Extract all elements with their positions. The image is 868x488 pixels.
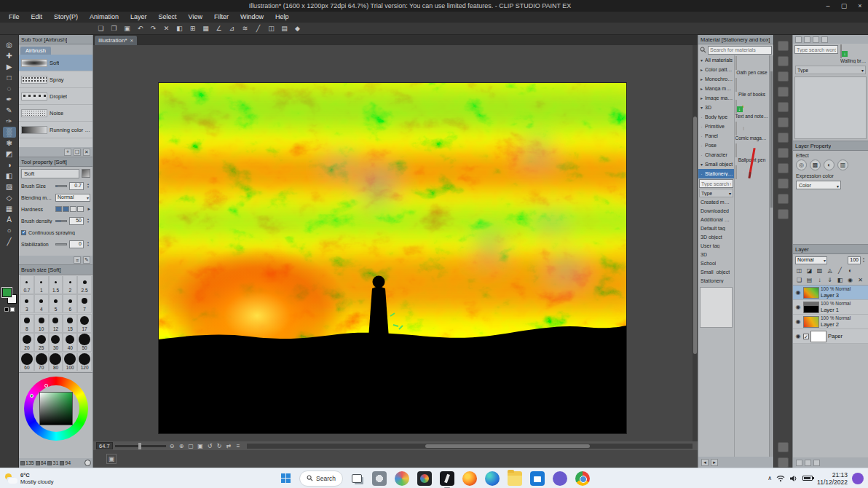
vertical-scroll-thumb[interactable] — [693, 117, 697, 354]
new-file-icon[interactable]: ❏ — [96, 24, 106, 34]
lasso-tool-icon[interactable]: ◌ — [3, 83, 16, 94]
microsoft-store-app-button[interactable] — [529, 470, 546, 487]
mini-material-type-dropdown[interactable]: Type — [795, 66, 866, 74]
brush-size-cell[interactable]: 70 — [34, 353, 49, 371]
tree-expand-icon[interactable]: ▸ — [699, 95, 704, 101]
clear-icon[interactable]: ✕ — [162, 24, 171, 34]
tree-expand-icon[interactable]: ▾ — [699, 58, 704, 63]
material-card[interactable]: ↓ Comic magazine — [735, 122, 769, 141]
material-tag[interactable]: School — [698, 259, 734, 267]
undo-icon[interactable]: ↶ — [135, 24, 145, 34]
material-tree-item[interactable]: · Character — [698, 150, 734, 160]
register-settings-icon[interactable]: ✎ — [83, 256, 90, 264]
zoom-out-icon[interactable]: ⊖ — [168, 442, 176, 450]
symmetry-icon[interactable]: ◫ — [267, 24, 276, 34]
panel-footer-icon[interactable] — [805, 460, 811, 466]
brush-size-cell[interactable]: 20 — [20, 333, 34, 352]
taskbar-clock[interactable]: 21:13 11/12/2022 — [817, 471, 848, 486]
collapsed-panel-icon[interactable] — [778, 163, 789, 173]
extract-line-icon[interactable]: ▥ — [837, 160, 848, 170]
brush-size-cell[interactable]: 100 — [63, 353, 77, 371]
horizontal-scroll-thumb[interactable] — [425, 444, 591, 448]
snap-to-special-ruler-icon[interactable]: ⊿ — [227, 24, 237, 34]
material-tag[interactable]: 3D — [698, 250, 734, 259]
subtool-item[interactable]: Droplet — [19, 88, 92, 105]
transform-icon[interactable]: ⊞ — [188, 24, 197, 34]
menu-item[interactable]: Window — [234, 12, 269, 23]
material-tree-item[interactable]: · Panel — [698, 131, 734, 141]
actual-pixels-icon[interactable]: ▣ — [197, 442, 205, 450]
tree-expand-icon[interactable]: · — [699, 125, 704, 129]
brush-size-cell[interactable]: 2.5 — [77, 275, 92, 294]
notification-badge[interactable] — [852, 473, 864, 484]
rotate-left-icon[interactable]: ↺ — [206, 442, 214, 450]
material-tag[interactable]: Small_object — [698, 267, 734, 276]
blend-tool-icon[interactable]: ◑ — [3, 160, 16, 170]
default-main-color-icon[interactable] — [4, 307, 9, 312]
tree-expand-icon[interactable]: ▸ — [699, 86, 704, 91]
collapsed-panel-icon[interactable] — [778, 209, 789, 219]
layer-visible-icon[interactable]: ◉ — [794, 318, 802, 325]
weather-widget[interactable]: 0°C Mostly cloudy — [4, 472, 53, 485]
apply-mask-icon[interactable]: ◉ — [846, 276, 854, 284]
hidden-icons-chevron[interactable]: ∧ — [768, 475, 772, 481]
zoom-tool-icon[interactable]: ◎ — [3, 39, 16, 50]
set-ruler-icon[interactable]: ╱ — [836, 267, 844, 275]
redo-icon[interactable]: ↷ — [149, 24, 158, 34]
combine-to-lower-icon[interactable]: ⇓ — [826, 276, 834, 284]
subtool-item[interactable]: Noise — [19, 105, 92, 122]
ruler-icon[interactable]: ╱ — [253, 24, 263, 34]
brush-density-slider[interactable] — [55, 220, 67, 222]
rotate-right-icon[interactable]: ↻ — [216, 442, 224, 450]
task-view-button[interactable] — [348, 470, 366, 487]
material-tree-item[interactable]: ▾ 3D — [698, 103, 734, 112]
lock-transparent-pixels-icon[interactable]: ▨ — [816, 267, 824, 275]
new-raster-layer-icon[interactable]: ❏ — [795, 276, 803, 284]
material-tag[interactable]: Downloaded — [698, 206, 734, 215]
collapsed-panel-icon[interactable] — [778, 102, 789, 112]
stabilization-slider[interactable] — [55, 243, 67, 245]
brush-size-cell[interactable]: 5 — [49, 294, 63, 313]
color-mode-toggle-icon[interactable] — [84, 460, 91, 466]
prev-page-icon[interactable]: ◂ — [701, 459, 709, 466]
brush-size-value[interactable]: 0.7 — [69, 182, 84, 190]
brush-size-cell[interactable]: 2 — [63, 275, 77, 294]
layer-check-icon[interactable]: ✓ — [803, 334, 809, 339]
brush-size-cell[interactable]: 7 — [77, 294, 92, 313]
layer-visible-icon[interactable]: ◉ — [794, 304, 802, 310]
material-scroll-thumb[interactable] — [770, 71, 773, 208]
brush-size-cell[interactable]: 6 — [63, 294, 77, 313]
zoom-in-icon[interactable]: ⊕ — [178, 442, 186, 450]
brush-size-cell[interactable]: 12 — [49, 314, 63, 333]
figure-tool-icon[interactable]: ◇ — [3, 192, 16, 203]
gradient-tool-icon[interactable]: ▨ — [3, 181, 16, 192]
material-tree-item[interactable]: ▾ All materials — [698, 55, 734, 65]
new-layer-folder-icon[interactable]: ▤ — [805, 276, 813, 284]
tree-expand-icon[interactable]: · — [699, 153, 704, 157]
text-tool-icon[interactable]: A — [3, 214, 16, 225]
main-color-swatch[interactable] — [2, 288, 12, 297]
tree-expand-icon[interactable]: ▾ — [699, 105, 704, 110]
collapsed-panel-icon[interactable] — [778, 41, 789, 51]
layer-visible-icon[interactable]: ◉ — [794, 333, 802, 339]
collapsed-panel-icon[interactable] — [778, 56, 789, 66]
hardness-selector[interactable] — [55, 206, 85, 212]
material-tag[interactable]: Default tag — [698, 224, 734, 232]
collapsed-panel-icon[interactable] — [778, 457, 789, 468]
stabilization-value[interactable]: 0 — [69, 240, 84, 248]
subtool-item[interactable]: Soft — [19, 55, 92, 71]
collapsed-panel-icon[interactable] — [778, 148, 789, 158]
material-tree-item[interactable]: ▸ Color pattern — [698, 65, 734, 74]
hardness-expand-icon[interactable]: ▸ — [87, 206, 90, 212]
edge-app-button[interactable] — [484, 470, 501, 487]
saturation-value-square[interactable] — [39, 392, 73, 425]
canvas-tab[interactable]: Illustration* × — [95, 36, 137, 45]
tree-expand-icon[interactable]: · — [699, 134, 704, 138]
taskbar-search[interactable]: Search — [299, 471, 343, 487]
tree-expand-icon[interactable]: · — [699, 172, 704, 176]
layer-color-icon[interactable]: ◐ — [824, 160, 835, 170]
expression-color-dropdown[interactable]: Color — [796, 181, 841, 189]
collapsed-panel-icon[interactable] — [778, 133, 789, 143]
settings-app-button[interactable] — [371, 470, 388, 487]
file-explorer-app-button[interactable] — [506, 470, 524, 487]
